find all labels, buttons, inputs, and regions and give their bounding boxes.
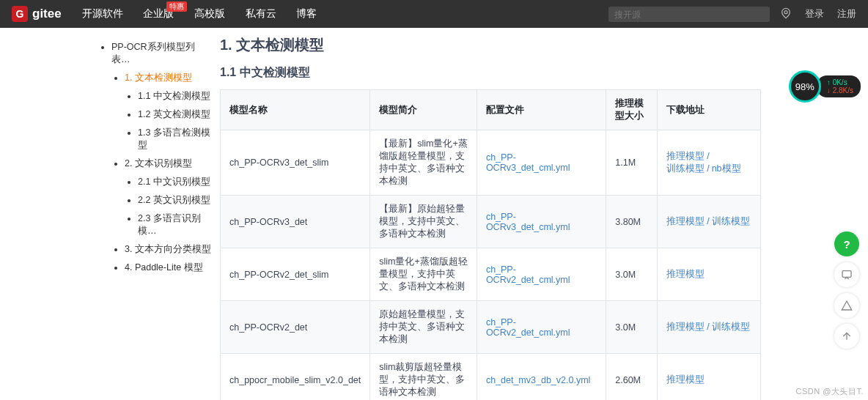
sidebar-item[interactable]: PP-OCR系列模型列表…1. 文本检测模型1.1 中文检测模型1.2 英文检测… xyxy=(111,41,211,274)
sidebar-link[interactable]: 2.1 中文识别模型 xyxy=(138,177,210,187)
sidebar-link[interactable]: 1.2 英文检测模型 xyxy=(138,109,210,119)
download-link[interactable]: 推理模型 xyxy=(666,216,705,226)
scroll-top-button[interactable] xyxy=(834,324,859,349)
table-header-cell: 配置文件 xyxy=(477,90,606,130)
network-up: ↑ 0K/s xyxy=(827,78,853,86)
download-link[interactable]: 推理模型 xyxy=(666,269,705,279)
table-header-cell: 模型简介 xyxy=(370,90,477,130)
help-button[interactable]: ? xyxy=(834,232,859,256)
network-up-value: 0K/s xyxy=(833,78,847,86)
table-header-cell: 下载地址 xyxy=(658,90,761,130)
sidebar-item[interactable]: 3. 文本方向分类模型 xyxy=(125,243,211,256)
config-cell: ch_PP-OCRv3_det_cml.yml xyxy=(477,196,606,248)
table-row: ch_PP-OCRv2_det原始超轻量模型，支持中英文、多语种文本检测ch_P… xyxy=(221,301,761,354)
sidebar-link[interactable]: 2.2 英文识别模型 xyxy=(138,195,210,205)
sidebar-link[interactable]: 1.1 中文检测模型 xyxy=(138,91,210,101)
feedback-button[interactable] xyxy=(834,262,859,287)
download-link[interactable]: 推理模型 xyxy=(666,151,705,161)
size-cell: 3.0M xyxy=(606,301,658,354)
sidebar: PP-OCR系列模型列表…1. 文本检测模型1.1 中文检测模型1.2 英文检测… xyxy=(95,28,216,400)
size-cell: 2.60M xyxy=(606,354,658,401)
config-cell: ch_PP-OCRv2_det_cml.yml xyxy=(477,248,606,301)
download-link[interactable]: 训练模型 xyxy=(712,322,750,332)
sidebar-item[interactable]: 2.3 多语言识别模… xyxy=(138,212,211,237)
model-desc-cell: slim裁剪版超轻量模型，支持中英文、多语种文本检测 xyxy=(370,354,477,401)
network-down-value: 2.8K/s xyxy=(833,86,853,95)
config-link[interactable]: ch_PP-OCRv3_det_cml.yml xyxy=(486,212,570,232)
config-link[interactable]: ch_det_mv3_db_v2.0.yml xyxy=(486,375,590,385)
download-link[interactable]: 训练模型 xyxy=(712,216,750,226)
svg-point-0 xyxy=(784,10,787,13)
table-header-cell: 推理模型大小 xyxy=(606,90,658,130)
model-desc-cell: 【最新】slim量化+蒸馏版超轻量模型，支持中英文、多语种文本检测 xyxy=(370,130,477,196)
sidebar-item[interactable]: 1.2 英文检测模型 xyxy=(138,108,211,121)
section-title: 1. 文本检测模型 xyxy=(220,35,761,55)
nav-enterprise-badge: 特惠 xyxy=(166,1,187,12)
model-desc-cell: slim量化+蒸馏版超轻量模型，支持中英文、多语种文本检测 xyxy=(370,248,477,301)
sidebar-item[interactable]: 2. 文本识别模型2.1 中文识别模型2.2 英文识别模型2.3 多语言识别模… xyxy=(125,158,211,237)
table-row: ch_PP-OCRv2_det_slimslim量化+蒸馏版超轻量模型，支持中英… xyxy=(221,248,761,301)
link-separator: / xyxy=(705,322,711,332)
table-row: ch_PP-OCRv3_det_slim【最新】slim量化+蒸馏版超轻量模型，… xyxy=(221,130,761,196)
nav-private-cloud[interactable]: 私有云 xyxy=(246,7,276,19)
top-nav: 开源软件 企业版特惠 高校版 私有云 博客 xyxy=(82,7,335,21)
download-cell: 推理模型/训练模型/nb模型 xyxy=(658,130,761,196)
nav-open-source[interactable]: 开源软件 xyxy=(82,7,123,19)
table-header-row: 模型名称模型简介配置文件推理模型大小下载地址 xyxy=(221,90,761,130)
download-link[interactable]: 推理模型 xyxy=(666,374,705,385)
float-buttons: ? xyxy=(834,232,859,349)
search-input[interactable] xyxy=(614,10,764,20)
network-widget: 98% ↑ 0K/s ↓ 2.8K/s xyxy=(789,70,861,103)
login-link[interactable]: 登录 xyxy=(805,7,824,21)
subsection-title: 1.1 中文检测模型 xyxy=(220,65,761,81)
sidebar-item[interactable]: 2.1 中文识别模型 xyxy=(138,176,211,188)
model-name-cell: ch_ppocr_mobile_slim_v2.0_det xyxy=(221,354,370,401)
main-content: 1. 文本检测模型 1.1 中文检测模型 模型名称模型简介配置文件推理模型大小下… xyxy=(216,28,787,400)
config-cell: ch_det_mv3_db_v2.0.yml xyxy=(477,354,606,401)
sidebar-item[interactable]: 1.3 多语言检测模型 xyxy=(138,127,211,152)
logo-text[interactable]: gitee xyxy=(32,7,62,21)
size-cell: 1.1M xyxy=(606,130,658,196)
sidebar-item[interactable]: 1. 文本检测模型1.1 中文检测模型1.2 英文检测模型1.3 多语言检测模型 xyxy=(125,72,211,152)
sidebar-link[interactable]: 1. 文本检测模型 xyxy=(125,73,192,83)
download-cell: 推理模型 xyxy=(658,248,761,301)
sidebar-item[interactable]: 2.2 英文识别模型 xyxy=(138,194,211,207)
register-link[interactable]: 注册 xyxy=(837,7,856,21)
table-header-cell: 模型名称 xyxy=(221,90,370,130)
sidebar-link[interactable]: 2. 文本识别模型 xyxy=(125,158,192,168)
sidebar-link[interactable]: 4. Paddle-Lite 模型 xyxy=(125,262,203,273)
search-box[interactable] xyxy=(608,7,770,22)
sidebar-link[interactable]: 3. 文本方向分类模型 xyxy=(125,244,211,254)
sidebar-link[interactable]: 1.3 多语言检测模型 xyxy=(138,127,210,150)
sidebar-link[interactable]: PP-OCR系列模型列表… xyxy=(111,42,195,64)
download-link[interactable]: 训练模型 xyxy=(666,163,705,174)
link-separator: / xyxy=(705,151,711,161)
warning-button[interactable] xyxy=(834,293,859,318)
config-link[interactable]: ch_PP-OCRv2_det_cml.yml xyxy=(486,317,570,338)
download-cell: 推理模型/训练模型 xyxy=(658,301,761,354)
model-name-cell: ch_PP-OCRv2_det_slim xyxy=(221,248,370,301)
model-desc-cell: 原始超轻量模型，支持中英文、多语种文本检测 xyxy=(370,301,477,354)
logo-badge: G xyxy=(12,6,28,22)
sidebar-link[interactable]: 2.3 多语言识别模… xyxy=(138,213,201,236)
download-link[interactable]: 推理模型 xyxy=(666,322,705,332)
network-stats: ↑ 0K/s ↓ 2.8K/s xyxy=(817,75,861,97)
config-link[interactable]: ch_PP-OCRv2_det_cml.yml xyxy=(486,264,570,285)
network-percent: 98% xyxy=(789,70,821,103)
config-cell: ch_PP-OCRv3_det_cml.yml xyxy=(477,130,606,196)
sidebar-list: PP-OCR系列模型列表…1. 文本检测模型1.1 中文检测模型1.2 英文检测… xyxy=(98,41,211,274)
topbar: G gitee 开源软件 企业版特惠 高校版 私有云 博客 登录 注册 xyxy=(0,0,868,28)
config-link[interactable]: ch_PP-OCRv3_det_cml.yml xyxy=(486,152,570,173)
download-cell: 推理模型/训练模型 xyxy=(658,196,761,248)
location-icon[interactable] xyxy=(780,7,792,21)
watermark: CSDN @大头目T. xyxy=(796,386,864,397)
chat-icon xyxy=(841,269,853,281)
sidebar-item[interactable]: 4. Paddle-Lite 模型 xyxy=(125,262,211,274)
sidebar-item[interactable]: 1.1 中文检测模型 xyxy=(138,90,211,103)
nav-college[interactable]: 高校版 xyxy=(194,7,225,19)
model-name-cell: ch_PP-OCRv2_det xyxy=(221,301,370,354)
download-link[interactable]: nb模型 xyxy=(712,163,741,174)
nav-blog[interactable]: 博客 xyxy=(296,7,317,19)
link-separator: / xyxy=(705,163,711,174)
nav-enterprise[interactable]: 企业版特惠 xyxy=(143,7,174,19)
